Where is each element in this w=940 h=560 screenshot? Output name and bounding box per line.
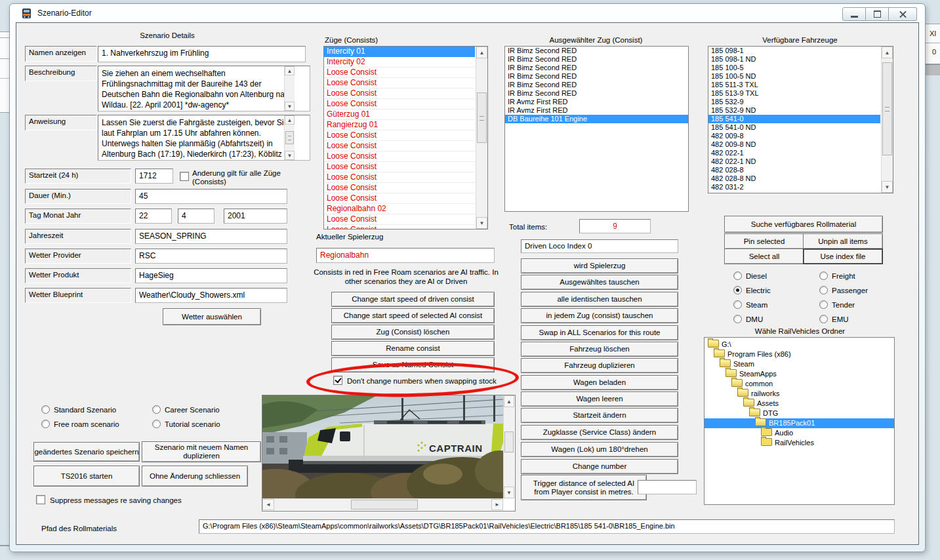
folder-tree-item[interactable]: Steam (705, 359, 894, 369)
folder-tree-item[interactable]: Program Files (x86) (705, 350, 894, 359)
scrollbar-thumb[interactable] (882, 62, 892, 155)
scroll-up-icon[interactable]: ▲ (882, 47, 893, 58)
consist-item[interactable]: Loose Consist (324, 214, 475, 225)
selected-consist-item[interactable]: IR Avmz First RED (505, 98, 688, 106)
vehicle-type-radio[interactable]: Tender (819, 300, 897, 309)
folder-tree-item[interactable]: railworks (705, 389, 894, 399)
consist-action-button[interactable]: Rename consist (331, 341, 495, 356)
duplicate-scenario-button[interactable]: Szenario mit neuem Namen duplizieren (142, 441, 261, 462)
consist-item[interactable]: Güterzug 01 (324, 110, 475, 120)
consist-item[interactable]: Loose Consist (324, 193, 475, 204)
selected-consist-item[interactable]: IR Bimz Second RED (505, 81, 688, 89)
consist-item[interactable]: Loose Consist (324, 78, 475, 89)
swap-action-button[interactable]: alle identischen tauschen (521, 292, 678, 307)
start-ts2016-button[interactable]: TS2016 starten (33, 466, 140, 487)
vehicle-item[interactable]: 482 028-8 ND (708, 174, 880, 183)
unpin-all-button[interactable]: Unpin all items (803, 233, 883, 249)
consist-item[interactable]: Loose Consist (324, 89, 475, 99)
day-field[interactable]: 22 (135, 209, 172, 224)
vehicle-type-radio[interactable]: Steam (733, 300, 819, 309)
folder-tree-item[interactable]: RailVehicles (705, 438, 894, 448)
scroll-down-icon[interactable]: ▼ (285, 102, 295, 111)
weather-product-field[interactable]: HageSieg (135, 268, 287, 283)
scenario-type-radio[interactable]: Free roam scenario (41, 420, 152, 428)
edit-action-button[interactable]: Change number (521, 459, 678, 474)
minimize-button[interactable] (842, 7, 866, 21)
swap-action-button[interactable]: Wagen beladen (521, 375, 678, 390)
consist-item[interactable]: Loose Consist (324, 99, 475, 110)
scroll-up-icon[interactable]: ▲ (476, 47, 487, 58)
folder-tree-item[interactable]: common (705, 379, 894, 389)
scrollbar-thumb[interactable] (351, 500, 418, 510)
swap-action-button[interactable]: Fahrzeug löschen (521, 342, 678, 357)
consist-item[interactable]: Loose Consist (324, 141, 475, 151)
swap-action-button[interactable]: Wagen leeren (521, 391, 678, 407)
selected-consist-item[interactable]: IR Avmz First RED (505, 106, 688, 115)
folder-tree-item[interactable]: BR185Pack01 (705, 418, 894, 428)
choose-weather-button[interactable]: Wetter auswählen (163, 308, 261, 325)
vehicle-item[interactable]: 185 100-5 ND (708, 72, 880, 81)
year-field[interactable]: 2001 (224, 209, 287, 224)
save-scenario-button[interactable]: geändertes Szenario speichern (33, 442, 140, 462)
consist-item[interactable]: Loose Consist (324, 162, 475, 172)
selected-consist-item[interactable]: DB Baureihe 101 Engine (505, 115, 688, 123)
vehicle-item[interactable]: 482 022-1 (708, 149, 880, 157)
vehicle-item[interactable]: 185 532-9 ND (708, 106, 880, 115)
vehicle-type-radio[interactable]: EMU (819, 315, 897, 323)
description-field[interactable]: Sie ziehen an einem wechselhaften Frühli… (98, 66, 310, 111)
consist-action-button[interactable]: Zug (Consist) löschen (331, 325, 495, 340)
consist-item[interactable]: Loose Consist (324, 172, 475, 183)
use-index-file-button[interactable]: Use index file (803, 249, 883, 264)
suppress-messages-checkbox[interactable] (36, 495, 45, 504)
available-vehicles-list[interactable]: 185 098-1 185 098-1 ND 185 100-5 185 100… (708, 46, 893, 193)
description-scrollbar[interactable]: ▲ ▼ (284, 66, 295, 111)
consist-action-button[interactable]: Change start speed of selected AI consis… (331, 308, 495, 323)
scenario-type-radio[interactable]: Career Scenario (152, 405, 264, 414)
scroll-down-icon[interactable]: ▼ (476, 217, 487, 229)
vehicle-item[interactable]: 482 031-2 (708, 183, 880, 191)
consist-item[interactable]: Regionalbahn 02 (324, 204, 475, 214)
vehicle-item[interactable]: 482 009-8 ND (708, 140, 880, 149)
folder-tree-item[interactable]: Audio (705, 428, 894, 438)
folder-tree[interactable]: G:\ Program Files (x86) Steam SteamApps (704, 337, 895, 505)
scroll-left-icon[interactable]: ◄ (262, 499, 274, 510)
picture-vertical-scrollbar[interactable]: ▲ ▼ (503, 395, 514, 498)
month-field[interactable]: 4 (178, 209, 215, 224)
consist-item[interactable]: Loose Consist (324, 151, 475, 162)
scenario-type-radio[interactable]: Tutorial scenario (152, 420, 264, 428)
vehicle-item[interactable]: 185 541-0 (708, 115, 880, 123)
swap-action-button[interactable]: Fahrzeug duplizieren (521, 358, 678, 373)
starttime-field[interactable]: 1712 (135, 169, 173, 184)
edit-action-button[interactable]: Wagen (Lok) um 180°drehen (521, 442, 678, 457)
scroll-right-icon[interactable]: ► (491, 499, 503, 510)
scrollbar-thumb[interactable] (285, 131, 294, 144)
swap-action-button[interactable]: wird Spielerzug (521, 258, 678, 273)
vehicle-item[interactable]: 185 513-9 TXL (708, 89, 880, 98)
vehicle-item[interactable]: 185 541-0 ND (708, 123, 880, 132)
vehicle-type-radio[interactable]: Electric (733, 286, 819, 294)
vehicle-type-radio[interactable]: DMU (733, 315, 819, 323)
folder-tree-item[interactable]: Assets (705, 399, 894, 409)
scroll-up-icon[interactable]: ▲ (285, 115, 295, 125)
close-button[interactable] (889, 7, 917, 21)
scroll-down-icon[interactable]: ▼ (504, 487, 514, 498)
weather-blueprint-field[interactable]: Weather\Cloudy_Showers.xml (135, 288, 287, 303)
scenario-type-radio[interactable]: Standard Szenario (41, 405, 152, 414)
consist-item[interactable]: Rangierzug 01 (324, 120, 475, 130)
consist-item[interactable]: Loose Consist (324, 183, 475, 193)
vehicle-item[interactable]: 185 100-5 (708, 64, 880, 72)
titlebar[interactable]: Szenario-Editor (10, 4, 925, 22)
folder-tree-item[interactable]: G:\ (705, 340, 894, 350)
picture-horizontal-scrollbar[interactable]: ◄ ► (262, 498, 503, 510)
consist-item[interactable]: Intercity 01 (324, 47, 475, 57)
scrollbar-thumb[interactable] (504, 431, 514, 452)
vehicle-item[interactable]: 185 511-3 TXL (708, 81, 880, 89)
vehicle-item[interactable]: 482 009-8 (708, 132, 880, 140)
current-player-train-field[interactable]: Regionalbahn (316, 248, 495, 263)
instruction-field[interactable]: Lassen Sie zuerst die Fahrgäste zusteige… (98, 115, 310, 161)
vehicle-type-radio[interactable]: Passenger (819, 286, 897, 294)
name-field[interactable]: 1. Nahverkehrszug im Frühling (98, 46, 306, 62)
trigger-distance-label-box[interactable]: Trigger distance of selected AI from Pla… (521, 475, 647, 500)
driven-loco-index-field[interactable]: Driven Loco Index 0 (521, 239, 678, 253)
vehicle-item[interactable]: 482 022-1 ND (708, 157, 880, 166)
